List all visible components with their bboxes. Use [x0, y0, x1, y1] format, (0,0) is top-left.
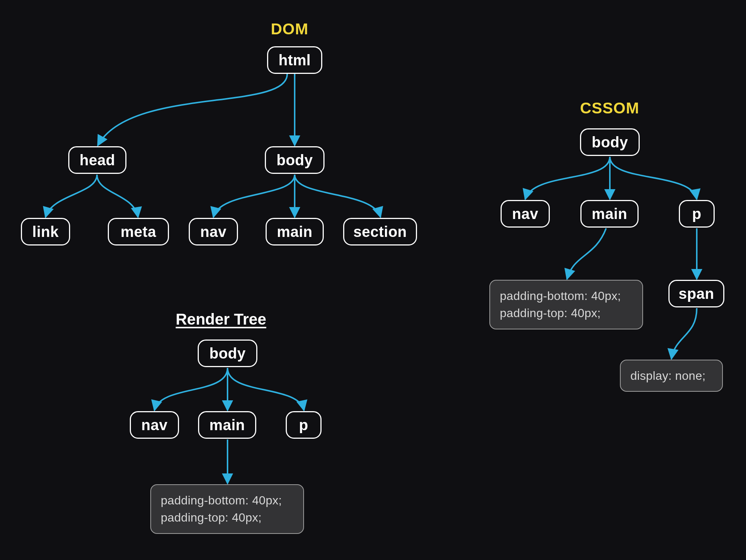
- render-node-body: body: [198, 340, 257, 367]
- render-styles-main: padding-bottom: 40px; padding-top: 40px;: [150, 484, 304, 534]
- dom-node-head: head: [68, 146, 126, 174]
- cssom-styles-span: display: none;: [620, 360, 723, 392]
- cssom-node-main: main: [580, 200, 639, 228]
- dom-node-main: main: [266, 218, 324, 245]
- cssom-styles-main: padding-bottom: 40px; padding-top: 40px;: [489, 280, 643, 329]
- cssom-node-p: p: [679, 200, 715, 228]
- render-node-nav: nav: [130, 411, 179, 439]
- dom-node-link: link: [21, 218, 70, 245]
- dom-title: DOM: [271, 20, 308, 38]
- dom-node-body: body: [265, 146, 325, 174]
- render-node-p: p: [286, 411, 322, 439]
- dom-node-section: section: [343, 218, 417, 245]
- cssom-title: CSSOM: [580, 99, 639, 117]
- render-tree-title: Render Tree: [176, 310, 266, 328]
- dom-node-nav: nav: [189, 218, 238, 245]
- cssom-node-body: body: [580, 128, 640, 156]
- render-node-main: main: [198, 411, 256, 439]
- dom-node-html: html: [267, 46, 322, 74]
- cssom-node-span: span: [668, 280, 724, 307]
- dom-node-meta: meta: [108, 218, 169, 245]
- cssom-node-nav: nav: [501, 200, 550, 228]
